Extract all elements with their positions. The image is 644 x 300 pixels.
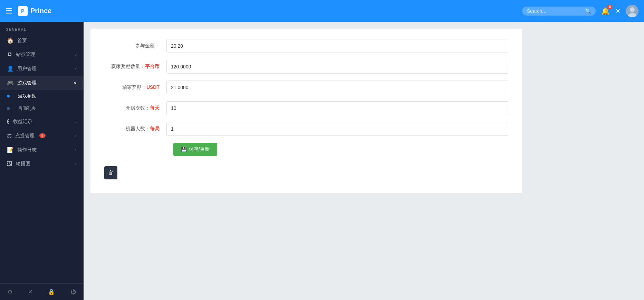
sidebar-section-label: GENERAL <box>0 22 84 34</box>
user-icon: 👤 <box>7 65 14 72</box>
form-row-winner-reward: 赢家奖励数量：平台币 <box>104 60 508 74</box>
save-icon: 💾 <box>181 147 187 152</box>
form-row-robot-count: 机器人数：每局 <box>104 122 508 136</box>
bitcoin-icon: ₿ <box>7 119 10 125</box>
main-content: 参与金额： 赢家奖励数量：平台币 输家奖励：USDT 开房次数：每天 机器人数：… <box>84 22 644 300</box>
chevron-right-icon-log: › <box>75 148 77 152</box>
input-winner-reward[interactable] <box>166 60 508 74</box>
balance-icon: ⚖ <box>7 132 12 139</box>
sidebar-sub-item-room-list[interactable]: 房间列表 <box>0 102 84 115</box>
input-participation-amount[interactable] <box>166 39 508 53</box>
sidebar-item-label-deposit-mgmt: 充提管理 <box>15 133 35 139</box>
hamburger-icon[interactable]: ☰ <box>6 7 12 16</box>
sidebar-item-home[interactable]: 🏠 首页 <box>0 34 84 48</box>
label-robot-count: 机器人数：每局 <box>104 126 166 132</box>
form-row-participation-amount: 参与金额： <box>104 39 508 53</box>
sidebar-item-operation-log[interactable]: 📝 操作日志 › <box>0 143 84 157</box>
lock-icon[interactable]: 🔒 <box>48 289 55 295</box>
sidebar-sub-label-room-list: 房间列表 <box>18 105 36 112</box>
label-open-times-suffix: 每天 <box>150 105 160 111</box>
app-title: Prince <box>30 7 51 15</box>
game-icon: 🎮 <box>7 79 14 86</box>
dot-icon-room-list <box>7 107 10 110</box>
sidebar-sub-item-game-params[interactable]: 游戏参数 <box>0 90 84 102</box>
form-card: 参与金额： 赢家奖励数量：平台币 输家奖励：USDT 开房次数：每天 机器人数：… <box>90 29 522 193</box>
chevron-right-icon-earnings: › <box>75 119 77 124</box>
form-row-open-times: 开房次数：每天 <box>104 101 508 115</box>
sidebar-item-deposit-mgmt[interactable]: ⚖ 充提管理 8 › <box>0 129 84 143</box>
sidebar-bottom: ⚙ ✕ 🔒 ⏻ <box>0 283 84 300</box>
avatar[interactable] <box>626 5 638 17</box>
settings-icon[interactable]: ⚙ <box>8 289 12 295</box>
label-loser-reward: 输家奖励：USDT <box>104 84 166 91</box>
chevron-right-icon-carousel: › <box>75 161 77 166</box>
sidebar-item-label-site-mgmt: 站点管理 <box>16 51 35 58</box>
notification-badge: 8 <box>607 5 613 9</box>
sidebar-item-label-carousel: 轮播图 <box>16 161 30 167</box>
search-input[interactable] <box>527 8 582 14</box>
sidebar-item-label-operation-log: 操作日志 <box>17 147 37 153</box>
sidebar-item-label-home: 首页 <box>17 38 27 44</box>
label-open-times: 开房次数：每天 <box>104 105 166 111</box>
header-right: 🔍 🔔 8 ✕ <box>522 5 638 17</box>
sidebar-item-label-earnings: 收益记录 <box>13 119 32 125</box>
sidebar-item-label-game-mgmt: 游戏管理 <box>17 80 37 86</box>
label-winner-reward-suffix: 平台币 <box>145 64 160 69</box>
chevron-right-icon: › <box>75 52 77 57</box>
header: ☰ P Prince 🔍 🔔 8 ✕ <box>0 0 644 22</box>
monitor-icon: 🖥 <box>7 51 12 58</box>
input-loser-reward[interactable] <box>166 81 508 94</box>
input-open-times[interactable] <box>166 101 508 115</box>
chevron-down-icon: ∨ <box>74 81 77 85</box>
logo-letter: P <box>21 8 24 14</box>
logo-icon: P <box>18 6 28 16</box>
search-icon[interactable]: 🔍 <box>585 8 591 14</box>
sidebar-item-carousel[interactable]: 🖼 轮播图 › <box>0 157 84 171</box>
form-row-loser-reward: 输家奖励：USDT <box>104 81 508 94</box>
body-wrap: GENERAL 🏠 首页 🖥 站点管理 › 👤 用户管理 › 🎮 <box>0 22 644 300</box>
label-participation-amount: 参与金额： <box>104 43 166 49</box>
label-robot-count-suffix: 每局 <box>150 126 160 131</box>
home-icon: 🏠 <box>7 37 14 44</box>
sidebar-item-user-mgmt[interactable]: 👤 用户管理 › <box>0 62 84 76</box>
input-robot-count[interactable] <box>166 122 508 136</box>
fullscreen-icon[interactable]: ✕ <box>28 289 32 295</box>
trash-icon: 🗑 <box>108 170 114 176</box>
save-button-label: 保存/更新 <box>189 146 210 152</box>
expand-icon[interactable]: ✕ <box>615 7 621 15</box>
search-box[interactable]: 🔍 <box>522 7 596 16</box>
sidebar-sub-label-game-params: 游戏参数 <box>18 93 36 99</box>
logo-area: P Prince <box>18 6 51 16</box>
header-left: ☰ P Prince <box>6 6 51 16</box>
chevron-right-icon-deposit: › <box>75 133 77 138</box>
log-icon: 📝 <box>7 147 14 153</box>
image-icon: 🖼 <box>7 161 12 167</box>
sidebar-item-game-mgmt[interactable]: 🎮 游戏管理 ∨ <box>0 76 84 90</box>
svg-point-1 <box>630 7 635 12</box>
sidebar-item-earnings[interactable]: ₿ 收益记录 › <box>0 115 84 129</box>
delete-button[interactable]: 🗑 <box>104 166 117 179</box>
sidebar-item-site-mgmt[interactable]: 🖥 站点管理 › <box>0 48 84 62</box>
sidebar: GENERAL 🏠 首页 🖥 站点管理 › 👤 用户管理 › 🎮 <box>0 22 84 300</box>
power-icon[interactable]: ⏻ <box>70 289 76 295</box>
sidebar-item-label-user-mgmt: 用户管理 <box>17 66 37 72</box>
deposit-badge: 8 <box>39 133 46 138</box>
dot-icon-game-params <box>7 95 10 97</box>
chevron-right-icon-user: › <box>75 66 77 71</box>
label-loser-reward-suffix: USDT <box>146 84 160 90</box>
label-winner-reward: 赢家奖励数量：平台币 <box>104 64 166 70</box>
notification-button[interactable]: 🔔 8 <box>601 7 610 15</box>
save-button[interactable]: 💾 保存/更新 <box>173 143 217 156</box>
